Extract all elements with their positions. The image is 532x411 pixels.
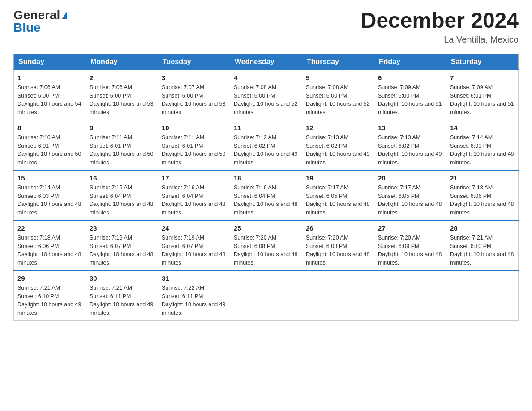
calendar-week-row: 1Sunrise: 7:06 AMSunset: 6:00 PMDaylight… (14, 70, 519, 120)
day-info: Sunrise: 7:06 AMSunset: 6:00 PMDaylight:… (90, 83, 154, 117)
calendar-day-cell (374, 270, 446, 321)
day-info: Sunrise: 7:19 AMSunset: 6:07 PMDaylight:… (162, 234, 226, 267)
calendar-day-cell: 23Sunrise: 7:19 AMSunset: 6:07 PMDayligh… (86, 220, 158, 270)
day-info: Sunrise: 7:07 AMSunset: 6:00 PMDaylight:… (162, 83, 226, 117)
calendar-day-cell: 31Sunrise: 7:22 AMSunset: 6:11 PMDayligh… (158, 270, 230, 321)
day-info: Sunrise: 7:21 AMSunset: 6:10 PMDaylight:… (17, 284, 82, 317)
day-of-week-header: Friday (374, 54, 446, 70)
day-info: Sunrise: 7:06 AMSunset: 6:00 PMDaylight:… (17, 83, 82, 117)
calendar-day-cell: 19Sunrise: 7:17 AMSunset: 6:05 PMDayligh… (302, 170, 374, 220)
day-info: Sunrise: 7:21 AMSunset: 6:11 PMDaylight:… (90, 284, 154, 317)
logo-blue-text: Blue (13, 21, 41, 34)
calendar-day-cell (302, 270, 374, 321)
calendar-day-cell: 3Sunrise: 7:07 AMSunset: 6:00 PMDaylight… (158, 70, 230, 120)
day-info: Sunrise: 7:17 AMSunset: 6:05 PMDaylight:… (378, 184, 442, 217)
day-info: Sunrise: 7:20 AMSunset: 6:08 PMDaylight:… (306, 234, 370, 267)
calendar-day-cell: 18Sunrise: 7:16 AMSunset: 6:04 PMDayligh… (230, 170, 302, 220)
calendar-day-cell (230, 270, 302, 321)
day-info: Sunrise: 7:16 AMSunset: 6:04 PMDaylight:… (234, 184, 298, 217)
day-info: Sunrise: 7:08 AMSunset: 6:00 PMDaylight:… (306, 83, 370, 117)
day-number: 1 (17, 73, 82, 82)
calendar-day-cell: 21Sunrise: 7:18 AMSunset: 6:06 PMDayligh… (446, 170, 519, 220)
day-number: 31 (162, 274, 226, 283)
calendar-day-cell: 2Sunrise: 7:06 AMSunset: 6:00 PMDaylight… (86, 70, 158, 120)
day-number: 18 (234, 173, 298, 183)
day-of-week-header: Saturday (446, 54, 519, 70)
day-info: Sunrise: 7:15 AMSunset: 6:04 PMDaylight:… (90, 184, 154, 217)
day-info: Sunrise: 7:21 AMSunset: 6:10 PMDaylight:… (450, 234, 515, 267)
day-info: Sunrise: 7:11 AMSunset: 6:01 PMDaylight:… (90, 133, 154, 167)
calendar-day-cell: 25Sunrise: 7:20 AMSunset: 6:08 PMDayligh… (230, 220, 302, 270)
day-info: Sunrise: 7:12 AMSunset: 6:02 PMDaylight:… (234, 133, 298, 167)
calendar-day-cell: 12Sunrise: 7:13 AMSunset: 6:02 PMDayligh… (302, 120, 374, 170)
day-number: 3 (162, 73, 226, 82)
calendar-week-row: 22Sunrise: 7:18 AMSunset: 6:06 PMDayligh… (14, 220, 519, 270)
day-number: 6 (378, 73, 442, 82)
day-info: Sunrise: 7:14 AMSunset: 6:03 PMDaylight:… (450, 133, 515, 167)
calendar-day-cell: 7Sunrise: 7:09 AMSunset: 6:01 PMDaylight… (446, 70, 519, 120)
calendar-day-cell: 30Sunrise: 7:21 AMSunset: 6:11 PMDayligh… (86, 270, 158, 321)
day-number: 9 (90, 123, 154, 133)
calendar-day-cell (446, 270, 519, 321)
day-info: Sunrise: 7:13 AMSunset: 6:02 PMDaylight:… (306, 133, 370, 167)
day-number: 21 (450, 173, 515, 183)
day-number: 5 (306, 73, 370, 82)
calendar-week-row: 15Sunrise: 7:14 AMSunset: 6:03 PMDayligh… (14, 170, 519, 220)
day-of-week-header: Tuesday (158, 54, 230, 70)
day-number: 4 (234, 73, 298, 82)
location-label: La Ventilla, Mexico (361, 34, 519, 45)
day-number: 15 (17, 173, 82, 183)
calendar-day-cell: 4Sunrise: 7:08 AMSunset: 6:00 PMDaylight… (230, 70, 302, 120)
day-info: Sunrise: 7:14 AMSunset: 6:03 PMDaylight:… (17, 184, 82, 217)
day-number: 28 (450, 223, 515, 233)
calendar-day-cell: 13Sunrise: 7:13 AMSunset: 6:02 PMDayligh… (374, 120, 446, 170)
calendar-day-cell: 10Sunrise: 7:11 AMSunset: 6:01 PMDayligh… (158, 120, 230, 170)
calendar-table: SundayMondayTuesdayWednesdayThursdayFrid… (13, 54, 519, 321)
day-number: 22 (17, 223, 82, 233)
calendar-day-cell: 6Sunrise: 7:09 AMSunset: 6:00 PMDaylight… (374, 70, 446, 120)
day-info: Sunrise: 7:09 AMSunset: 6:00 PMDaylight:… (378, 83, 442, 117)
day-info: Sunrise: 7:13 AMSunset: 6:02 PMDaylight:… (378, 133, 442, 167)
calendar-week-row: 8Sunrise: 7:10 AMSunset: 6:01 PMDaylight… (14, 120, 519, 170)
day-number: 7 (450, 73, 515, 82)
day-number: 14 (450, 123, 515, 133)
day-info: Sunrise: 7:20 AMSunset: 6:09 PMDaylight:… (378, 234, 442, 267)
calendar-day-cell: 14Sunrise: 7:14 AMSunset: 6:03 PMDayligh… (446, 120, 519, 170)
calendar-day-cell: 8Sunrise: 7:10 AMSunset: 6:01 PMDaylight… (14, 120, 86, 170)
day-number: 17 (162, 173, 226, 183)
calendar-day-cell: 29Sunrise: 7:21 AMSunset: 6:10 PMDayligh… (14, 270, 86, 321)
calendar-day-cell: 1Sunrise: 7:06 AMSunset: 6:00 PMDaylight… (14, 70, 86, 120)
day-number: 27 (378, 223, 442, 233)
page-header: General Blue December 2024 La Ventilla, … (13, 9, 519, 45)
day-of-week-header: Wednesday (230, 54, 302, 70)
day-info: Sunrise: 7:08 AMSunset: 6:00 PMDaylight:… (234, 83, 298, 117)
day-info: Sunrise: 7:16 AMSunset: 6:04 PMDaylight:… (162, 184, 226, 217)
logo-triangle-icon (62, 11, 67, 19)
day-info: Sunrise: 7:10 AMSunset: 6:01 PMDaylight:… (17, 133, 82, 167)
day-number: 11 (234, 123, 298, 133)
calendar-day-cell: 15Sunrise: 7:14 AMSunset: 6:03 PMDayligh… (14, 170, 86, 220)
day-number: 8 (17, 123, 82, 133)
day-info: Sunrise: 7:18 AMSunset: 6:06 PMDaylight:… (450, 184, 515, 217)
calendar-day-cell: 28Sunrise: 7:21 AMSunset: 6:10 PMDayligh… (446, 220, 519, 270)
day-number: 20 (378, 173, 442, 183)
calendar-day-cell: 9Sunrise: 7:11 AMSunset: 6:01 PMDaylight… (86, 120, 158, 170)
calendar-day-cell: 22Sunrise: 7:18 AMSunset: 6:06 PMDayligh… (14, 220, 86, 270)
day-info: Sunrise: 7:22 AMSunset: 6:11 PMDaylight:… (162, 284, 226, 317)
calendar-day-cell: 24Sunrise: 7:19 AMSunset: 6:07 PMDayligh… (158, 220, 230, 270)
calendar-week-row: 29Sunrise: 7:21 AMSunset: 6:10 PMDayligh… (14, 270, 519, 321)
month-title: December 2024 (361, 9, 519, 33)
day-number: 26 (306, 223, 370, 233)
calendar-day-cell: 16Sunrise: 7:15 AMSunset: 6:04 PMDayligh… (86, 170, 158, 220)
day-number: 30 (90, 274, 154, 283)
day-number: 29 (17, 274, 82, 283)
day-number: 25 (234, 223, 298, 233)
calendar-day-cell: 20Sunrise: 7:17 AMSunset: 6:05 PMDayligh… (374, 170, 446, 220)
day-of-week-header: Thursday (302, 54, 374, 70)
calendar-header-row: SundayMondayTuesdayWednesdayThursdayFrid… (14, 54, 519, 70)
calendar-day-cell: 11Sunrise: 7:12 AMSunset: 6:02 PMDayligh… (230, 120, 302, 170)
logo-general-text: General (13, 9, 60, 21)
day-number: 13 (378, 123, 442, 133)
day-number: 10 (162, 123, 226, 133)
day-info: Sunrise: 7:09 AMSunset: 6:01 PMDaylight:… (450, 83, 515, 117)
